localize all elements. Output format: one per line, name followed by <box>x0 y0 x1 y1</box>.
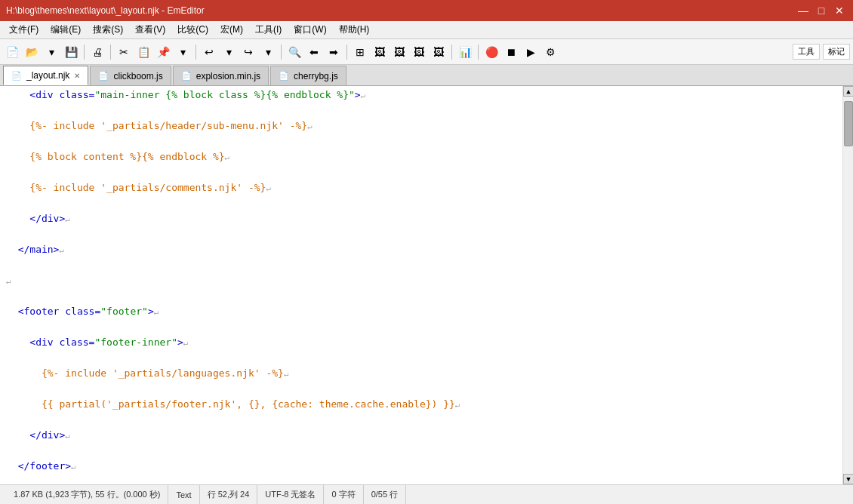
code-line: {{ partial('_partials/footer.njk', {}, {… <box>6 397 836 413</box>
code-line: <div class="footer-inner">↵ <box>6 335 836 351</box>
status-bar: 1.87 KB (1,923 字节), 55 行。(0.000 秒) Text … <box>0 484 853 504</box>
scroll-down-button[interactable]: ▼ <box>843 474 853 484</box>
menu-compare[interactable]: 比较(C) <box>171 21 214 38</box>
menu-file[interactable]: 文件(F) <box>3 21 45 38</box>
tab-icon-2: 📄 <box>98 71 109 81</box>
tb-dropdown1[interactable]: ▾ <box>42 43 60 61</box>
tab-close-1[interactable]: ✕ <box>74 72 80 80</box>
code-line: </div>↵ <box>6 428 836 444</box>
tab-icon-4: 📄 <box>279 71 289 81</box>
menu-bar: 文件(F) 编辑(E) 搜索(S) 查看(V) 比较(C) 宏(M) 工具(I)… <box>0 21 853 39</box>
toolbar-labels: 工具 标记 <box>793 44 850 60</box>
code-line: </main>↵ <box>6 242 836 258</box>
menu-window[interactable]: 窗口(W) <box>288 21 332 38</box>
code-line: {%- include '_partials/header/sub-menu.n… <box>6 118 836 134</box>
find-next[interactable]: ➡ <box>325 43 343 61</box>
sep2 <box>110 45 111 60</box>
code-line: </div>↵ <box>6 211 836 227</box>
sep5 <box>346 45 347 60</box>
sep6 <box>451 45 452 60</box>
tb-btn10[interactable]: 🖼 <box>430 43 448 61</box>
title-bar: H:\blog\themes\next\layout\_layout.njk -… <box>0 0 853 21</box>
tab-layout-njk[interactable]: 📄 _layout.njk ✕ <box>3 66 88 85</box>
status-fileinfo: 1.87 KB (1,923 字节), 55 行。(0.000 秒) <box>6 485 168 504</box>
vertical-scrollbar[interactable]: ▲ ▼ <box>842 86 853 484</box>
minimize-button[interactable]: — <box>796 4 811 17</box>
tb-btn11[interactable]: 📊 <box>456 43 474 61</box>
maximize-button[interactable]: □ <box>814 4 829 17</box>
code-line: ↵ <box>6 273 836 289</box>
tb-btn9[interactable]: 🖼 <box>410 43 428 61</box>
scroll-thumb[interactable] <box>844 101 853 146</box>
tab-icon-1: 📄 <box>11 71 22 81</box>
title-text: H:\blog\themes\next\layout\_layout.njk -… <box>6 5 205 16</box>
tb-dropdown4[interactable]: ▾ <box>259 43 277 61</box>
mark-label[interactable]: 标记 <box>823 44 850 60</box>
close-button[interactable]: ✕ <box>832 4 847 17</box>
cut-button[interactable]: ✂ <box>115 43 133 61</box>
tb-btn8[interactable]: 🖼 <box>390 43 408 61</box>
tab-cherrybg[interactable]: 📄 cherrybg.js <box>270 66 346 85</box>
paste-button[interactable]: 📌 <box>154 43 172 61</box>
tb-btn7[interactable]: 🖼 <box>371 43 389 61</box>
copy-button[interactable]: 📋 <box>134 43 152 61</box>
undo-button[interactable]: ↩ <box>200 43 218 61</box>
tabs-bar: 📄 _layout.njk ✕ 📄 clickboom.js 📄 explosi… <box>0 65 853 86</box>
tb-btn13[interactable]: ⏹ <box>502 43 520 61</box>
tab-label-3: explosion.min.js <box>196 71 260 81</box>
sep1 <box>84 45 85 60</box>
menu-tools[interactable]: 工具(I) <box>249 21 288 38</box>
tab-label-2: clickboom.js <box>113 71 162 81</box>
code-line: {%- include '_partials/comments.njk' -%}… <box>6 180 836 196</box>
scroll-up-button[interactable]: ▲ <box>843 86 853 97</box>
sep3 <box>196 45 196 60</box>
tb-dropdown2[interactable]: ▾ <box>174 43 192 61</box>
tb-btn14[interactable]: ▶ <box>522 43 540 61</box>
status-type: Text <box>168 485 199 504</box>
menu-edit[interactable]: 编辑(E) <box>45 21 87 38</box>
tb-btn15[interactable]: ⚙ <box>541 43 559 61</box>
window-controls: — □ ✕ <box>796 4 847 17</box>
status-position: 行 52,列 24 <box>200 485 258 504</box>
tb-btn6[interactable]: ⊞ <box>351 43 369 61</box>
menu-search[interactable]: 搜索(S) <box>87 21 129 38</box>
tb-btn12[interactable]: 🔴 <box>482 43 500 61</box>
code-line: <footer class="footer">↵ <box>6 304 836 320</box>
menu-help[interactable]: 帮助(H) <box>333 21 376 38</box>
menu-macro[interactable]: 宏(M) <box>214 21 249 38</box>
print-button[interactable]: 🖨 <box>88 43 106 61</box>
code-line: <div class="main-inner {% block class %}… <box>6 88 836 103</box>
save-button[interactable]: 💾 <box>62 43 80 61</box>
toolbar: 📄 📂 ▾ 💾 🖨 ✂ 📋 📌 ▾ ↩ ▾ ↪ ▾ 🔍 ⬅ ➡ ⊞ 🖼 🖼 🖼 … <box>0 39 853 65</box>
redo-button[interactable]: ↪ <box>239 43 257 61</box>
menu-view[interactable]: 查看(V) <box>129 21 171 38</box>
tool-label[interactable]: 工具 <box>793 44 820 60</box>
tab-clickboom[interactable]: 📄 clickboom.js <box>90 66 171 85</box>
tab-explosion[interactable]: 📄 explosion.min.js <box>173 66 269 85</box>
code-line: </footer>↵ <box>6 459 836 475</box>
tb-dropdown3[interactable]: ▾ <box>220 43 238 61</box>
code-line: {%- include '_partials/languages.njk' -%… <box>6 366 836 382</box>
sep7 <box>478 45 479 60</box>
status-encoding: UTF-8 无签名 <box>257 485 324 504</box>
open-button[interactable]: 📂 <box>23 43 41 61</box>
tab-label-4: cherrybg.js <box>294 71 338 81</box>
status-chars: 0 字符 <box>324 485 363 504</box>
tab-icon-3: 📄 <box>181 71 192 81</box>
sep4 <box>281 45 282 60</box>
tab-label-1: _layout.njk <box>26 70 69 81</box>
code-editor[interactable]: <div class="main-inner {% block class %}… <box>0 86 842 484</box>
code-area: <div class="main-inner {% block class %}… <box>0 86 853 484</box>
status-selection: 0/55 行 <box>364 485 406 504</box>
code-line: {% block content %}{% endblock %}↵ <box>6 149 836 165</box>
find-button[interactable]: 🔍 <box>285 43 303 61</box>
new-button[interactable]: 📄 <box>3 43 21 61</box>
find-prev[interactable]: ⬅ <box>305 43 323 61</box>
